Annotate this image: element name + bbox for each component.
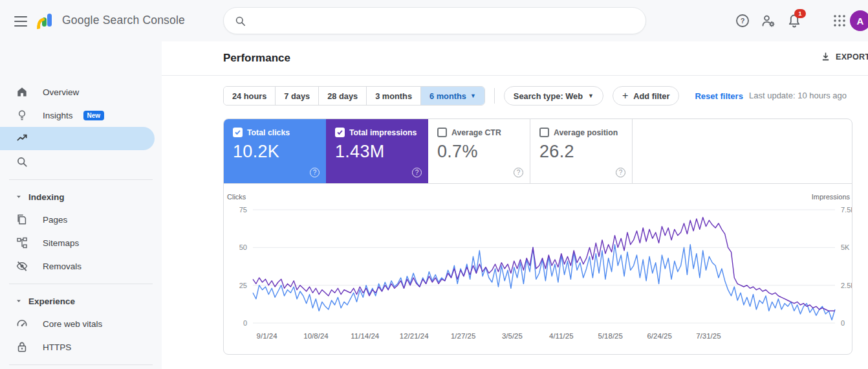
performance-panel: Total clicks10.2K?Total impressions1.43M… [223,118,852,355]
svg-text:Impressions: Impressions [812,193,851,201]
metric-label: Average position [554,128,618,137]
new-badge: New [83,111,105,120]
main-content: Performance EXPORT 24 hours7 days28 days… [162,41,868,369]
svg-text:7.5K: 7.5K [841,206,852,214]
title-row: Performance EXPORT [162,41,868,76]
home-icon [16,85,28,98]
metric-label: Total impressions [349,128,417,137]
help-icon[interactable]: ? [735,13,750,28]
svg-text:12/21/24: 12/21/24 [400,332,429,340]
metric-checkbox[interactable] [437,128,447,137]
date-range-28-days[interactable]: 28 days [319,87,367,105]
reset-filters-link[interactable]: Reset filters [691,91,746,102]
search-input[interactable] [253,15,635,27]
sidebar: OverviewInsightsNewIndexingPagesSitemaps… [0,41,162,369]
metric-tile-average-ctr[interactable]: Average CTR0.7%? [428,119,530,183]
svg-text:3/5/25: 3/5/25 [502,332,523,340]
sidebar-item-url-inspection[interactable] [0,150,162,173]
metric-tile-total-clicks[interactable]: Total clicks10.2K? [224,119,326,183]
metric-help-icon[interactable]: ? [616,168,625,177]
date-range-label: 3 months [375,91,412,101]
sidebar-item-label: Removals [43,262,81,271]
plus-icon: + [622,91,628,101]
last-update-text: Last update: 10 hours ago [749,91,847,100]
speedometer-icon [16,317,28,330]
add-filter-label: Add filter [633,91,669,101]
svg-text:?: ? [741,17,745,25]
svg-text:0: 0 [243,319,247,327]
sidebar-item-performance[interactable] [0,127,155,150]
caret-down-icon [14,296,23,306]
menu-icon[interactable] [13,13,28,28]
sidebar-item-removals[interactable]: Removals [0,254,162,278]
svg-text:75: 75 [239,206,247,214]
metric-tile-total-impressions[interactable]: Total impressions1.43M? [326,119,428,183]
pages-icon [16,213,28,226]
metric-checkbox[interactable] [233,128,243,137]
user-settings-icon[interactable] [761,13,776,28]
svg-text:11/14/24: 11/14/24 [351,332,380,340]
add-filter-chip[interactable]: + Add filter [613,86,680,106]
sidebar-item-sitemaps[interactable]: Sitemaps [0,231,162,254]
metric-value: 26.2 [539,142,632,162]
export-label: EXPORT [836,52,868,62]
apps-grid-icon[interactable] [832,13,847,28]
sidebar-section-indexing[interactable]: Indexing [0,186,162,208]
notifications-bell-icon[interactable]: 1 [787,13,802,28]
svg-text:50: 50 [239,243,247,251]
top-bar: Google Search Console ? [0,0,868,41]
search-console-logo-icon [36,11,56,30]
search-type-chip[interactable]: Search type: Web ▼ [504,86,603,106]
date-range-7-days[interactable]: 7 days [276,87,319,105]
avatar-letter: A [857,16,864,27]
sidebar-item-pages[interactable]: Pages [0,208,162,231]
sidebar-divider [9,179,153,180]
sidebar-item-label: Sitemaps [43,238,79,248]
metric-value: 1.43M [335,142,428,162]
sidebar-item-label: Overview [43,87,79,97]
date-range-label: 7 days [284,91,310,101]
svg-text:4/11/25: 4/11/25 [549,332,574,340]
metric-label: Total clicks [247,128,290,137]
date-range-6-months[interactable]: 6 months▼ [421,87,484,105]
lightbulb-icon [16,109,28,122]
date-range-24-hours[interactable]: 24 hours [224,87,276,105]
date-range-3-months[interactable]: 3 months [367,87,421,105]
sidebar-item-label: HTTPS [43,342,71,352]
date-range-group: 24 hours7 days28 days3 months6 months▼ [223,86,485,106]
sidebar-section-experience[interactable]: Experience [0,290,162,312]
sidebar-item-label: Pages [43,215,67,225]
filter-divider [494,88,495,104]
app-title: Google Search Console [62,14,185,27]
svg-text:1/27/25: 1/27/25 [451,332,475,340]
metric-help-icon[interactable]: ? [514,168,523,177]
svg-text:Clicks: Clicks [227,193,246,201]
metric-value: 10.2K [233,142,326,162]
avatar[interactable]: A [850,10,868,31]
download-icon [820,51,831,62]
date-range-label: 28 days [327,91,358,101]
metric-tile-average-position[interactable]: Average position26.2? [530,119,633,183]
date-range-label: 6 months [429,91,466,101]
sidebar-item-label: Core web vitals [43,319,102,329]
notification-badge: 1 [794,9,806,18]
svg-text:7/31/25: 7/31/25 [696,332,721,340]
metric-help-icon[interactable]: ? [310,168,320,177]
sidebar-item-insights[interactable]: InsightsNew [0,104,162,127]
metric-checkbox[interactable] [335,128,345,137]
export-button[interactable]: EXPORT [816,50,868,63]
lock-icon [16,341,28,353]
sidebar-divider [9,364,153,365]
metric-help-icon[interactable]: ? [412,168,422,177]
sidebar-item-core-web-vitals[interactable]: Core web vitals [0,312,162,335]
sidebar-item-https[interactable]: HTTPS [0,335,162,359]
search-type-label: Search type: Web [514,91,583,101]
date-range-label: 24 hours [232,91,266,101]
global-search-bar[interactable] [223,7,646,34]
sidebar-divider [9,284,153,284]
sidebar-item-overview[interactable]: Overview [0,80,162,104]
performance-chart[interactable]: 00252.5K505K757.5KClicksImpressions9/1/2… [224,184,852,355]
svg-text:0: 0 [841,319,845,327]
svg-text:2.5K: 2.5K [841,282,852,289]
metric-checkbox[interactable] [539,128,549,137]
